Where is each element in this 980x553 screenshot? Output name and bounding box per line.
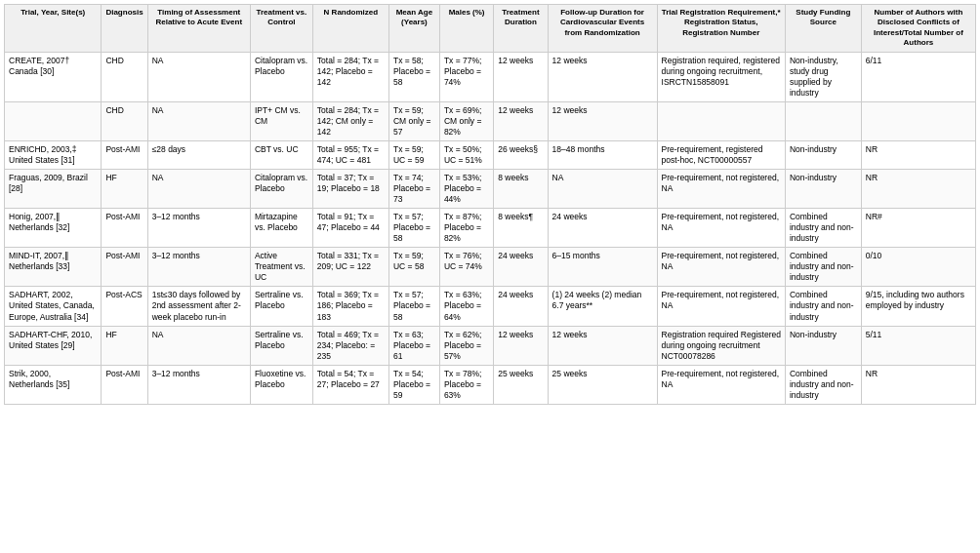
cell-mean_age: Tx = 63; Placebo = 61	[388, 326, 439, 365]
cell-n_rand: Total = 91; Tx = 47; Placebo = 44	[312, 209, 388, 248]
cell-tx_duration: 24 weeks	[494, 248, 548, 287]
cell-conflicts: 0/10	[861, 248, 975, 287]
cell-funding: Non-industry, study drug supplied by ind…	[785, 52, 861, 101]
cell-treatment: Citalopram vs. Placebo	[250, 169, 312, 208]
cell-n_rand: Total = 469; Tx = 234; Placebo: = 235	[312, 326, 388, 365]
cell-treatment: CBT vs. UC	[250, 140, 312, 169]
col-header-conflicts: Number of Authors with Disclosed Conflic…	[861, 5, 975, 53]
cell-funding: Combined industry and non-industry	[785, 287, 861, 326]
cell-timing: NA	[147, 52, 250, 101]
cell-males: Tx = 69%; CM only = 82%	[439, 101, 493, 140]
cell-diagnosis: Post-AMI	[102, 140, 147, 169]
cell-males: Tx = 87%; Placebo = 82%	[439, 209, 493, 248]
cell-diagnosis: CHD	[102, 101, 147, 140]
cell-timing: 3–12 months	[147, 209, 250, 248]
cell-n_rand: Total = 284; Tx = 142; CM only = 142	[312, 101, 388, 140]
cell-mean_age: Tx = 54; Placebo = 59	[388, 365, 439, 404]
cell-registration: Pre-requirement, not registered, NA	[657, 169, 785, 208]
cell-treatment: IPT+ CM vs. CM	[250, 101, 312, 140]
cell-followup: 12 weeks	[548, 326, 657, 365]
col-header-funding: Study Funding Source	[785, 5, 861, 53]
cell-followup: 24 weeks	[548, 209, 657, 248]
cell-trial: Strik, 2000, Netherlands [35]	[5, 365, 102, 404]
col-header-n-rand: N Randomized	[312, 5, 388, 53]
cell-followup: 25 weeks	[548, 365, 657, 404]
cell-timing: NA	[147, 169, 250, 208]
cell-trial: SADHART-CHF, 2010, United States [29]	[5, 326, 102, 365]
cell-trial: ENRICHD, 2003,‡ United States [31]	[5, 140, 102, 169]
cell-treatment: Citalopram vs. Placebo	[250, 52, 312, 101]
cell-timing: 1st≤30 days followed by 2nd assessment a…	[147, 287, 250, 326]
table-row: ENRICHD, 2003,‡ United States [31]Post-A…	[5, 140, 976, 169]
table-row: CREATE, 2007† Canada [30]CHDNACitalopram…	[5, 52, 976, 101]
cell-registration: Pre-requirement, not registered, NA	[657, 209, 785, 248]
cell-treatment: Active Treatment vs. UC	[250, 248, 312, 287]
cell-followup: 6–15 months	[548, 248, 657, 287]
main-table-container: Trial, Year, Site(s) Diagnosis Timing of…	[0, 0, 980, 409]
cell-males: Tx = 53%; Placebo = 44%	[439, 169, 493, 208]
cell-followup: (1) 24 weeks (2) median 6.7 years**	[548, 287, 657, 326]
cell-trial: MIND-IT, 2007,‖ Netherlands [33]	[5, 248, 102, 287]
cell-funding: Combined industry and non-industry	[785, 365, 861, 404]
cell-conflicts: NR	[861, 365, 975, 404]
cell-followup: 18–48 months	[548, 140, 657, 169]
cell-diagnosis: HF	[102, 169, 147, 208]
cell-mean_age: Tx = 74; Placebo = 73	[388, 169, 439, 208]
table-row: Strik, 2000, Netherlands [35]Post-AMI3–1…	[5, 365, 976, 404]
cell-trial	[5, 101, 102, 140]
cell-mean_age: Tx = 57; Placebo = 58	[388, 287, 439, 326]
cell-registration: Pre-requirement, not registered, NA	[657, 248, 785, 287]
cell-diagnosis: HF	[102, 326, 147, 365]
cell-followup: 12 weeks	[548, 52, 657, 101]
cell-tx_duration: 12 weeks	[494, 326, 548, 365]
cell-diagnosis: Post-AMI	[102, 365, 147, 404]
cell-conflicts	[861, 101, 975, 140]
cell-conflicts: NR	[861, 140, 975, 169]
cell-timing: ≤28 days	[147, 140, 250, 169]
cell-registration: Registration required Registered during …	[657, 326, 785, 365]
cell-trial: Fraguas, 2009, Brazil [28]	[5, 169, 102, 208]
col-header-timing: Timing of Assessment Relative to Acute E…	[147, 5, 250, 53]
cell-tx_duration: 26 weeks§	[494, 140, 548, 169]
table-row: MIND-IT, 2007,‖ Netherlands [33]Post-AMI…	[5, 248, 976, 287]
cell-conflicts: NR#	[861, 209, 975, 248]
cell-funding: Combined industry and non-industry	[785, 209, 861, 248]
cell-trial: SADHART, 2002, United States, Canada, Eu…	[5, 287, 102, 326]
cell-registration: Registration required, registered during…	[657, 52, 785, 101]
cell-registration: Pre-requirement, registered post-hoc, NC…	[657, 140, 785, 169]
col-header-treatment: Treatment vs. Control	[250, 5, 312, 53]
col-header-tx-duration: Treatment Duration	[494, 5, 548, 53]
cell-n_rand: Total = 37; Tx = 19; Placebo = 18	[312, 169, 388, 208]
cell-tx_duration: 25 weeks	[494, 365, 548, 404]
cell-registration	[657, 101, 785, 140]
col-header-registration: Trial Registration Requirement,* Registr…	[657, 5, 785, 53]
table-row: SADHART, 2002, United States, Canada, Eu…	[5, 287, 976, 326]
cell-timing: NA	[147, 101, 250, 140]
cell-registration: Pre-requirement, not registered, NA	[657, 365, 785, 404]
cell-conflicts: NR	[861, 169, 975, 208]
cell-diagnosis: Post-AMI	[102, 209, 147, 248]
cell-treatment: Fluoxetine vs. Placebo	[250, 365, 312, 404]
cell-n_rand: Total = 331; Tx = 209; UC = 122	[312, 248, 388, 287]
table-row: SADHART-CHF, 2010, United States [29]HFN…	[5, 326, 976, 365]
cell-conflicts: 5/11	[861, 326, 975, 365]
cell-followup: NA	[548, 169, 657, 208]
cell-n_rand: Total = 54; Tx = 27; Placebo = 27	[312, 365, 388, 404]
cell-treatment: Sertraline vs. Placebo	[250, 326, 312, 365]
cell-n_rand: Total = 369; Tx = 186; Placebo = 183	[312, 287, 388, 326]
cell-diagnosis: Post-AMI	[102, 248, 147, 287]
cell-followup: 12 weeks	[548, 101, 657, 140]
cell-males: Tx = 50%; UC = 51%	[439, 140, 493, 169]
cell-tx_duration: 12 weeks	[494, 101, 548, 140]
cell-males: Tx = 77%; Placebo = 74%	[439, 52, 493, 101]
table-row: Fraguas, 2009, Brazil [28]HFNACitalopram…	[5, 169, 976, 208]
cell-diagnosis: CHD	[102, 52, 147, 101]
col-header-diagnosis: Diagnosis	[102, 5, 147, 53]
cell-funding: Non-industry	[785, 326, 861, 365]
cell-registration: Pre-requirement, not registered, NA	[657, 287, 785, 326]
cell-males: Tx = 62%; Placebo = 57%	[439, 326, 493, 365]
cell-conflicts: 6/11	[861, 52, 975, 101]
col-header-males: Males (%)	[439, 5, 493, 53]
cell-males: Tx = 78%; Placebo = 63%	[439, 365, 493, 404]
cell-timing: NA	[147, 326, 250, 365]
